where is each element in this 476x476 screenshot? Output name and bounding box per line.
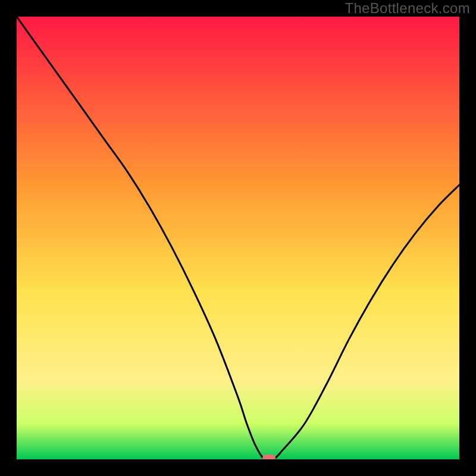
watermark-label: TheBottleneck.com — [345, 0, 470, 17]
optimal-marker — [262, 455, 275, 459]
plot-area — [17, 17, 459, 459]
gradient-background — [17, 17, 459, 459]
chart-container: TheBottleneck.com — [0, 0, 476, 476]
chart-svg — [17, 17, 459, 459]
